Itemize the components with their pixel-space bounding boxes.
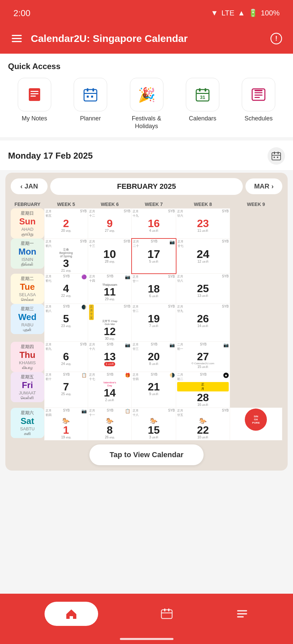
- schedules-icon-box: [242, 78, 275, 111]
- svg-text:31: 31: [200, 95, 205, 100]
- col-header-w8: WEEK 8: [176, 200, 230, 209]
- month-navigation: ‹ JAN FEBRUARY 2025 MAR ›: [11, 178, 282, 195]
- svg-rect-10: [87, 88, 88, 92]
- main-content: Quick Access My Notes: [0, 54, 293, 594]
- tue-w7[interactable]: 正月廿一 SYB 18 6 மாசி: [132, 274, 176, 304]
- svg-rect-7: [30, 93, 39, 94]
- svg-rect-22: [254, 95, 263, 96]
- menu-button[interactable]: [9, 31, 24, 46]
- svg-rect-13: [87, 96, 89, 98]
- home-button[interactable]: [45, 602, 98, 626]
- app-bar: Calendar2U: Singapore Calendar !: [0, 23, 293, 54]
- sun-w6[interactable]: 正月十二 SYB 9 27 தை: [88, 208, 131, 238]
- list-nav-item[interactable]: [236, 607, 248, 620]
- mon-w8[interactable]: 正月廿七 SYB 24 12 மாசி: [176, 238, 230, 274]
- calendar-section: ‹ JAN FEBRUARY 2025 MAR › FEBRUARY WEEK …: [5, 173, 288, 471]
- svg-rect-35: [237, 610, 247, 611]
- info-button[interactable]: !: [269, 31, 284, 46]
- sun-w5[interactable]: 正月初五 SYB 2 20 தை: [44, 208, 88, 238]
- sun-w7[interactable]: 正月十九 SYB 16 4 மாசி: [132, 208, 176, 238]
- col-header-w5: WEEK 5: [44, 200, 88, 209]
- tue-w6[interactable]: 正月十四 SYB 📷 Thaipusam 11 29 தை: [88, 274, 131, 304]
- quick-access-schedules[interactable]: Schedules: [232, 78, 285, 130]
- tue-w8[interactable]: 正月廿八 SYB 25 13 மாசி: [176, 274, 230, 304]
- svg-rect-28: [272, 155, 281, 156]
- quick-access-festivals[interactable]: 🎉 Festivals & Holidays: [120, 78, 173, 130]
- planner-icon-box: [74, 78, 107, 111]
- sun-w8[interactable]: 正月廿六 SYB 23 11 மாசி: [176, 208, 230, 238]
- quick-access-items: My Notes Planner: [8, 78, 285, 130]
- next-month-button[interactable]: MAR ›: [245, 178, 282, 194]
- svg-rect-9: [84, 90, 97, 101]
- calendar-nav-item[interactable]: [160, 607, 173, 620]
- tuesday-label: 星期二 Tue SELASA செவ்வா: [11, 274, 44, 304]
- battery-icon: 🔋: [248, 9, 258, 17]
- quick-access-calendars[interactable]: 31 Calendars: [176, 78, 229, 130]
- wifi-icon: ▼: [211, 9, 218, 17]
- fri-w5[interactable]: 正月初十 SYB 📋 7 25 தை: [44, 372, 88, 408]
- singapore-thumbnail: SINGAPORE: [245, 409, 267, 431]
- fri-w7[interactable]: 正月廿四 SYB 🌗 21 9 மாசி: [132, 372, 176, 408]
- calendar-shortcut-button[interactable]: [268, 147, 285, 165]
- thu-w8[interactable]: 二月初一 SYB 📷 27 © Calendar2U.com 15 மாசி: [176, 342, 230, 372]
- tue-w5[interactable]: 正月初七 SYB 🟣 4 22 தை: [44, 274, 88, 304]
- wed-w6[interactable]: 正月十五 SYB 元宵节 ChapGoh Mei 12 30 தை: [88, 304, 131, 342]
- bottom-navigation: [0, 594, 293, 634]
- svg-rect-37: [237, 616, 244, 618]
- mon-w7-today[interactable]: 正月二十 SYB 📷 17 5 மாசி: [132, 238, 176, 274]
- wed-w7[interactable]: 正月廿二 SYB 19 7 மாசி: [132, 304, 176, 342]
- svg-rect-25: [272, 153, 281, 160]
- current-date: Monday 17 Feb 2025: [8, 151, 93, 161]
- thursday-row: 星期四 Thu KHAMIS வியாழ 正月初九 SYB: [11, 342, 282, 372]
- tap-to-view-button[interactable]: Tap to View Calendar: [89, 444, 203, 465]
- fri-w8[interactable]: 二月初二 SYB ● 正月 28 16 மாசி: [176, 372, 230, 408]
- planner-label: Planner: [80, 115, 101, 122]
- col-header-w6: WEEK 6: [88, 200, 131, 209]
- friday-row: 星期五 Fri JUMAAT வெள்ளி 正月初十 SYB: [11, 372, 282, 408]
- svg-rect-29: [274, 157, 275, 158]
- thu-w5[interactable]: 正月初九 SYB 6 24 தை: [44, 342, 88, 372]
- svg-rect-23: [254, 97, 260, 98]
- svg-rect-32: [164, 608, 165, 611]
- festivals-label: Festivals & Holidays: [120, 115, 173, 130]
- svg-rect-30: [277, 157, 278, 158]
- svg-rect-14: [91, 96, 93, 98]
- svg-rect-0: [12, 35, 22, 36]
- svg-rect-11: [92, 88, 94, 92]
- col-header-w9: WEEK 9: [230, 200, 282, 209]
- mon-w6[interactable]: 正月十三 SYB 10 28 தை: [88, 238, 131, 274]
- wed-w5[interactable]: 正月初八 SYB 🌒 5 23 தை: [44, 304, 88, 342]
- home-bar: [120, 638, 173, 640]
- my-notes-icon-box: [18, 78, 51, 111]
- sat-sg-thumbnail[interactable]: SINGAPORE: [230, 408, 282, 440]
- tap-to-view-section: Tap to View Calendar: [11, 444, 282, 465]
- monday-row: 星期一 Mon ISNIN திங்கள் 正月初六 SYB: [11, 238, 282, 274]
- thu-w6[interactable]: 正月十六 SYB 📷 13 1 மாசி: [88, 342, 131, 372]
- prev-month-label: JAN: [24, 182, 38, 190]
- date-header: Monday 17 Feb 2025: [0, 141, 293, 170]
- sat-w8[interactable]: 正月廿五 SYB 🐎 22 10 மாசி: [176, 408, 230, 440]
- tuesday-row: 星期二 Tue SELASA செவ்வா 正月初七 SYB: [11, 274, 282, 304]
- status-time: 2:00: [13, 8, 30, 18]
- sat-w7[interactable]: 正月十八 SYB 🐎 15 3 மாசி: [132, 408, 176, 440]
- thu-w7[interactable]: 正月廿三 SYB 📷 20 8 மாசி: [132, 342, 176, 372]
- fri-w6[interactable]: 正月十七 SYB 🎁 Valentine'sDay 14 2 மாசி: [88, 372, 131, 408]
- svg-rect-1: [12, 38, 22, 39]
- quick-access-my-notes[interactable]: My Notes: [8, 78, 61, 130]
- calendars-label: Calendars: [189, 115, 216, 122]
- svg-rect-8: [30, 96, 36, 97]
- current-month-label[interactable]: FEBRUARY 2025: [50, 178, 243, 195]
- prev-month-button[interactable]: ‹ JAN: [11, 178, 48, 194]
- mon-w5[interactable]: 正月初六 SYB 立春Beginningof Spring 3 21 தை: [44, 238, 88, 274]
- status-bar: 2:00 ▼ LTE ▲ 🔋 100%: [0, 0, 293, 23]
- svg-rect-33: [168, 608, 169, 611]
- svg-rect-2: [12, 41, 22, 42]
- svg-rect-16: [199, 88, 201, 92]
- sat-w6[interactable]: 正月十一 SYB 📋 🐎 8 26 தை: [88, 408, 131, 440]
- quick-access-planner[interactable]: Planner: [64, 78, 117, 130]
- home-nav-item[interactable]: [45, 602, 98, 626]
- wed-w8[interactable]: 正月廿九 SYB 26 14 மாசி: [176, 304, 230, 342]
- wednesday-label: 星期三 Wed RABU புதன்: [11, 304, 44, 342]
- svg-rect-17: [205, 88, 206, 92]
- sat-w5[interactable]: 正月初四 SYB 📷 🐎 1 19 தை: [44, 408, 88, 440]
